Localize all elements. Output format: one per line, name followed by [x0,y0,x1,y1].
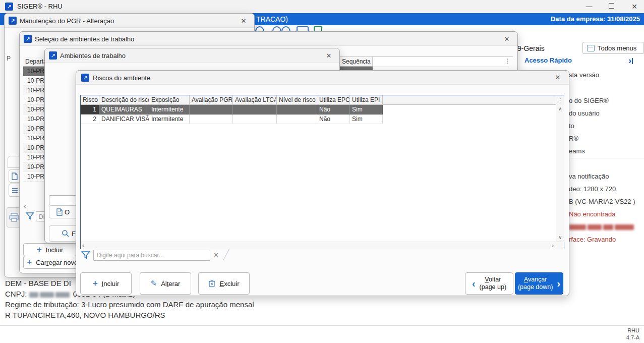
printer-icon [9,213,19,222]
incluir-button[interactable]: + Incluir [80,272,132,295]
col-utiliza-epc[interactable]: Utiliza EPC [317,95,350,105]
button-label-fragment: F [72,230,76,238]
filter-icon [26,212,34,220]
excluir-button[interactable]: Excluir [198,272,250,295]
maximize-icon [609,3,614,9]
toolbar-icons-fragment [252,25,338,31]
scroll-left-icon[interactable]: ‹ [82,242,84,249]
plus-icon: + [93,280,98,287]
avancar-button[interactable]: Avançar (page down) › [515,272,563,295]
dialog-title: Riscos do ambiente [93,74,150,82]
col-descricao[interactable]: Descrição do risco [99,95,149,105]
close-window-button[interactable]: ✕ [624,0,644,13]
vertical-scrollbar[interactable]: ∧ ∨ [556,105,564,242]
horizontal-scrollbar[interactable]: ‹ › [81,242,564,249]
close-icon: ✕ [631,3,637,11]
dialog-icon-glyph: ↗ [83,75,87,81]
button-label: Excluir [219,280,239,288]
dialog-icon: ↗ [24,35,32,43]
sidebar-item: deo: 1280 x 720 [569,185,616,193]
sidebar-item[interactable]: do usuário [569,109,600,117]
printer-icon[interactable] [297,26,309,31]
cell-avaliacao-ltcat [233,115,277,124]
scroll-right-icon[interactable]: › [552,242,554,249]
maximize-button[interactable] [601,0,621,13]
filter-icon [81,251,90,260]
acesso-rapido-link[interactable]: Acesso Rápido [524,56,572,64]
col-nivel-risco[interactable]: Nível de risco [277,95,317,105]
grid-options-button[interactable]: ⋮ [556,95,564,105]
button-label-fragment: O [65,208,70,216]
close-glyph: ✕ [555,74,561,81]
arrow-to-bar-icon[interactable]: › [628,55,633,66]
toolbar-icon[interactable] [272,26,281,31]
close-dialog-icon[interactable]: ✕ [503,35,511,43]
button-label: Voltar (page up) [480,276,507,291]
app-version-label: 4.7-A [626,334,639,340]
search-icon [62,230,70,238]
plus-icon: + [37,246,42,253]
close-dialog-icon[interactable]: ✕ [325,52,333,60]
dialog-icon-glyph: ↗ [10,18,15,24]
scroll-left-icon[interactable]: ‹ [24,202,26,210]
toolbar-icon[interactable] [255,26,264,31]
minimize-icon: — [586,3,593,10]
dialog-riscos-ambiente: ↗ Riscos do ambiente ✕ Risco Descrição d… [76,70,569,296]
sidebar-item[interactable]: R® [569,135,578,142]
sequencia-column-header[interactable]: Sequência [340,57,373,67]
alterar-button[interactable]: ✎ Alterar [140,272,191,295]
menu-tab-gerais[interactable]: 9-Gerais [517,44,545,52]
cell-risco: 1 [81,105,99,115]
cell-avaliacao-pgr [190,115,233,124]
menu-grid-icon [587,45,595,51]
sidebar-item-error: Não encontrada [569,210,616,218]
column-options-icon[interactable]: ⋮ [505,58,511,65]
close-glyph: ✕ [326,52,332,60]
dialog-titlebar[interactable]: ↗ Seleção de ambientes de trabalho ✕ [20,32,517,46]
minimize-button[interactable]: — [579,0,599,13]
col-avaliacao-ltcat[interactable]: Avaliação LTCAT [233,95,277,105]
incluir-ambiente-button[interactable]: + Incluir [23,243,77,256]
sidebar-item[interactable]: o do SIGER® [569,97,609,104]
col-exposicao[interactable]: Exposição [149,95,190,105]
exit-icon[interactable] [314,26,322,31]
footer-company-name: DEM - BASE DE DI [5,279,71,288]
observacao-button-fragment[interactable]: O [49,205,78,218]
scroll-down-icon[interactable]: ∨ [556,234,564,242]
search-button-fragment[interactable]: F [49,225,78,242]
sidebar-item[interactable]: to [569,122,574,130]
riscos-table: Risco Descrição do risco Exposição Avali… [80,95,564,249]
search-input[interactable] [93,250,210,261]
dialog-titlebar[interactable]: ↗ Manutenção do PGR - Alteração ✕ [5,14,254,28]
col-avaliacao-pgr[interactable]: Avaliação PGR [190,95,233,105]
close-dialog-icon[interactable]: ✕ [240,17,248,25]
cell-nivel [277,115,317,124]
pencil-icon: ✎ [151,279,157,288]
company-name-fragment: TRACAO) [256,13,288,25]
input-fragment[interactable] [49,195,77,205]
cell-avaliacao-ltcat [233,105,277,115]
seq-header-filler [373,57,509,67]
clear-search-icon[interactable]: ✕ [213,251,219,259]
redacted-text [569,223,635,231]
dialog-titlebar[interactable]: ↗ Ambientes de trabalho ✕ [45,48,339,63]
voltar-button[interactable]: ‹ Voltar (page up) [465,272,513,295]
sidebar-item[interactable]: eams [569,147,585,155]
arrow-glyph: › [628,55,631,66]
button-label: Alterar [161,280,180,288]
scroll-up-icon[interactable]: ∧ [556,105,564,113]
chevron-glyph: ‹ [24,202,26,210]
col-utiliza-epi[interactable]: Utiliza EPI [350,95,383,105]
close-dialog-icon[interactable]: ✕ [554,74,562,82]
dialog-title: Seleção de ambientes de trabalho [35,35,134,43]
button-label: Avançar (page down) [518,276,553,291]
dialog-titlebar[interactable]: ↗ Riscos do ambiente ✕ [76,71,569,85]
sidebar-divider [569,158,644,158]
sidebar-item-versao[interactable]: sta versão [569,71,599,79]
toolbar-icon[interactable] [281,26,290,31]
close-glyph: ✕ [241,17,247,25]
todos-menus-button[interactable]: Todos menus [582,42,644,54]
col-risco[interactable]: Risco [81,95,99,105]
label-fragment-p: P [7,55,11,62]
chevron-left-icon: ‹ [472,278,476,289]
